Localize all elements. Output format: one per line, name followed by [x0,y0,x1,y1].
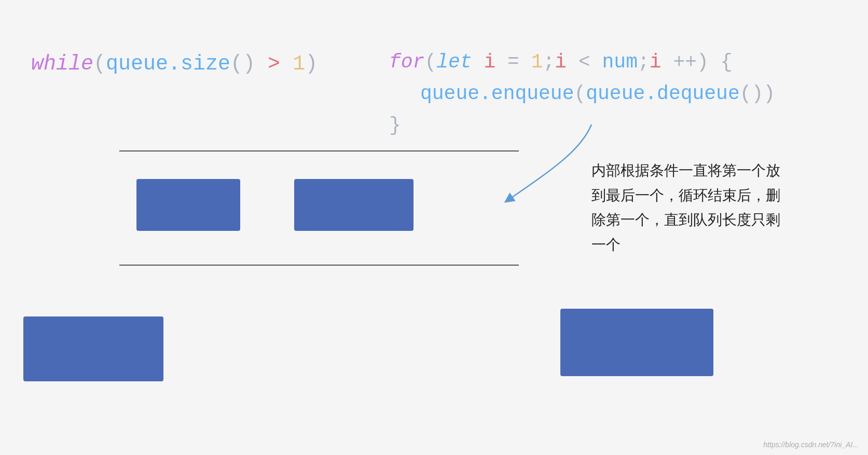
arrow-path [508,125,591,200]
inner-code-line: queue.enqueue(queue.dequeue()) [420,78,775,110]
var-i: i [484,51,495,73]
var-i2: i [555,51,567,73]
while-keyword: while [31,52,93,76]
queue-dequeue: queue.dequeue [586,82,739,105]
close-brace: } [389,114,401,136]
let-keyword: let [436,51,472,73]
while-code-block: while(queue.size() > 1) [31,52,318,77]
num-var: num [602,51,638,73]
queue-box-top-2 [294,179,414,231]
watermark: https://blog.csdn.net/7ini_AI... [763,440,859,449]
queue-size-call: queue.size [106,52,230,76]
divider-top [119,150,519,151]
annotation-text: 内部根据条件一直将第一个放到最后一个，循环结束后，删除第一个，直到队列长度只剩一… [591,158,794,257]
divider-bottom [119,265,519,266]
queue-box-bottom-1 [23,316,163,381]
queue-enqueue: queue.enqueue [420,82,574,105]
for-keyword: for [389,51,424,73]
queue-box-top-1 [136,179,240,231]
arrow-container [488,119,607,208]
num-1-for: 1 [531,51,543,73]
number-1: 1 [293,52,305,76]
for-line: for(let i = 1;i < num;i ++) { [389,47,775,78]
while-line: while(queue.size() > 1) [31,52,318,77]
main-container: while(queue.size() > 1) for(let i = 1;i … [0,0,868,455]
operator-gt: > [255,52,293,76]
var-i3: i [650,51,662,73]
arrow-svg [488,119,607,208]
queue-box-bottom-2 [560,309,713,376]
